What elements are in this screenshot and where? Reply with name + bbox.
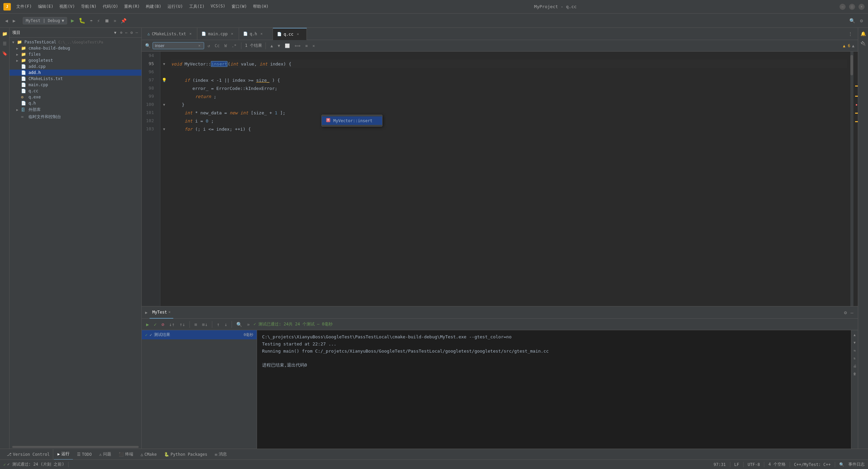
run-all-btn[interactable]: ▶	[145, 321, 150, 328]
tab-cmake-close[interactable]: ×	[188, 32, 193, 36]
status-event-log[interactable]: 事件日志	[848, 462, 865, 467]
collapse-gutter-btn[interactable]: ▲	[852, 43, 854, 48]
settings-button[interactable]: ⚙	[859, 17, 865, 25]
gutter-103[interactable]: ▼	[160, 125, 168, 133]
plugins-icon[interactable]: 🔌	[859, 39, 867, 48]
fold-95-icon[interactable]: ▼	[163, 62, 165, 66]
stop-test-btn[interactable]: ⊘	[160, 321, 165, 328]
tab-qh[interactable]: 📄 q.h ×	[239, 28, 273, 40]
status-position[interactable]: 97:31	[713, 462, 726, 467]
wrap-btn[interactable]: ⇆	[852, 348, 856, 353]
group-view-btn[interactable]: ≡↓	[201, 321, 209, 328]
locate-file-icon[interactable]: ⊕	[119, 30, 123, 36]
bookmark-icon[interactable]: 🔖	[1, 49, 9, 57]
search-regex-btn[interactable]: .*	[230, 43, 238, 49]
tree-item-q-h[interactable]: 📄 q.h	[9, 100, 141, 106]
print-btn[interactable]: 🖨	[852, 363, 857, 369]
maximize-button[interactable]: □	[849, 4, 855, 10]
tree-item-project-root[interactable]: ▼ 📁 PassTestLocal C:\_..\GoogleTest\Pa	[9, 39, 141, 45]
panel-close-btn[interactable]: –	[850, 309, 854, 316]
autocomplete-item-insert[interactable]: M MyVector::insert	[322, 116, 382, 125]
flat-view-btn[interactable]: ≡	[193, 321, 198, 328]
code-content[interactable]: void MyVector::insert(int value, int ind…	[168, 52, 850, 306]
panel-settings-btn[interactable]: ⚙	[843, 309, 848, 316]
tree-item-cmake-build[interactable]: ▶ 📁 cmake-build-debug	[9, 45, 141, 51]
menu-code[interactable]: 代码(O)	[100, 2, 121, 11]
tree-item-main-cpp[interactable]: 📄 main.cpp	[9, 82, 141, 88]
more-run-btn[interactable]: »	[112, 17, 118, 25]
minimize-button[interactable]: –	[840, 4, 846, 10]
test-item-results[interactable]: ✓ ✓ 测试结果 0毫秒	[142, 330, 257, 339]
collapse-all-icon[interactable]: ⇐	[124, 30, 128, 36]
run-tab-mytest[interactable]: MyTest ×	[150, 306, 173, 319]
menu-help[interactable]: 帮助(H)	[250, 2, 271, 11]
tree-item-add-cpp[interactable]: 📄 add.cpp	[9, 63, 141, 70]
sort-btn[interactable]: ⇅	[852, 355, 856, 361]
status-lang[interactable]: C++/MyTest: C++	[794, 462, 831, 467]
menu-refactor[interactable]: 重构(R)	[121, 2, 142, 11]
search-highlight-btn[interactable]: ⟺	[293, 43, 302, 49]
profile-button[interactable]: ⚡	[95, 17, 101, 25]
gutter-100[interactable]: ▼	[160, 100, 168, 109]
menu-navigate[interactable]: 导航(N)	[78, 2, 99, 11]
sort-asc-btn[interactable]: ↓↑	[168, 321, 176, 328]
tab-main-close[interactable]: ×	[230, 32, 235, 36]
status-charset[interactable]: UTF-8	[748, 462, 760, 467]
scroll-thumb[interactable]	[850, 55, 853, 75]
search-matchword-btn[interactable]: W	[223, 43, 228, 49]
file-tree-scrollbar[interactable]	[12, 446, 139, 448]
coverage-button[interactable]: ☂	[88, 17, 94, 25]
tab-qh-close[interactable]: ×	[259, 32, 264, 36]
menu-edit[interactable]: 编辑(E)	[35, 2, 56, 11]
tab-more-button[interactable]: ⋮	[846, 30, 854, 38]
bottom-tab-python[interactable]: 🐍 Python Packages	[161, 449, 211, 460]
menu-view[interactable]: 视图(V)	[57, 2, 78, 11]
menu-file[interactable]: 文件(F)	[14, 2, 35, 11]
tree-item-q-cc[interactable]: 📄 q.cc	[9, 88, 141, 94]
menu-window[interactable]: 窗口(W)	[229, 2, 250, 11]
notifications-icon[interactable]: 🔔	[859, 30, 867, 38]
fold-100-icon[interactable]: ▼	[163, 103, 165, 107]
tab-cmakelists[interactable]: △ CMakeLists.txt ×	[143, 28, 197, 40]
tree-item-googletest[interactable]: ▶ 📁 googletest	[9, 57, 141, 63]
tree-item-files[interactable]: ▶ 📁 files	[9, 51, 141, 57]
tree-item-add-h[interactable]: 📄 add.h	[9, 70, 141, 76]
run-pass-btn[interactable]: ✓	[153, 321, 157, 328]
search-next-btn[interactable]: ▼	[276, 43, 281, 49]
tab-qcc-close[interactable]: ×	[295, 32, 300, 37]
search-prev-btn[interactable]: ▲	[269, 43, 274, 49]
run-button[interactable]: ▶	[69, 16, 76, 25]
bottom-tab-todo[interactable]: ☰ TODO	[74, 449, 95, 460]
search-everywhere-button[interactable]: 🔍	[848, 17, 857, 25]
bottom-tab-cmake[interactable]: △ CMake	[137, 449, 160, 460]
clear-btn[interactable]: 🗑	[852, 371, 857, 377]
scroll-up-btn[interactable]: ▲	[852, 332, 856, 338]
search-status-icon[interactable]: 🔍	[839, 462, 844, 467]
forward-button[interactable]: ▶	[11, 17, 17, 25]
search-input[interactable]	[155, 43, 196, 48]
panel-dropdown[interactable]: ▼	[114, 31, 116, 35]
bottom-tab-issues[interactable]: ⚠ 问题	[96, 449, 115, 460]
run-tab-close[interactable]: ×	[169, 310, 171, 314]
autocomplete-popup[interactable]: M MyVector::insert	[321, 115, 382, 127]
bottom-tab-run[interactable]: ▶ 运行	[54, 449, 73, 460]
more-btn[interactable]: »	[246, 321, 251, 328]
code-editor[interactable]: 94 95 96 97 98 99 100 101 102 103 ▼	[142, 52, 850, 306]
run-config-dropdown[interactable]: MyTest | Debug ▼	[23, 17, 67, 24]
tree-settings-icon[interactable]: ⚙	[130, 30, 134, 36]
gutter-95[interactable]: ▼	[160, 60, 168, 68]
menu-vcs[interactable]: VCS(S)	[208, 2, 228, 11]
stop-button[interactable]: ⏹	[103, 17, 111, 25]
search-wrap-btn[interactable]: ⬜	[283, 43, 291, 49]
tree-item-temp[interactable]: ⌨ 临时文件和控制台	[9, 113, 141, 120]
status-indent[interactable]: 4 个空格	[768, 462, 785, 467]
fold-103-icon[interactable]: ▼	[163, 127, 165, 131]
hide-panel-icon[interactable]: –	[135, 30, 139, 36]
tree-item-cmakelists[interactable]: 📄 CMakeLists.txt	[9, 76, 141, 82]
menu-tools[interactable]: 工具(I)	[186, 2, 208, 11]
sort-desc-btn[interactable]: ↑↓	[178, 321, 186, 328]
bottom-tab-messages[interactable]: ✉ 消息	[211, 449, 230, 460]
gutter-97[interactable]: 💡	[160, 76, 168, 84]
bottom-tab-version-control[interactable]: ⎇ Version Control	[3, 449, 53, 460]
bottom-tab-terminal[interactable]: ⬛ 终端	[115, 449, 137, 460]
